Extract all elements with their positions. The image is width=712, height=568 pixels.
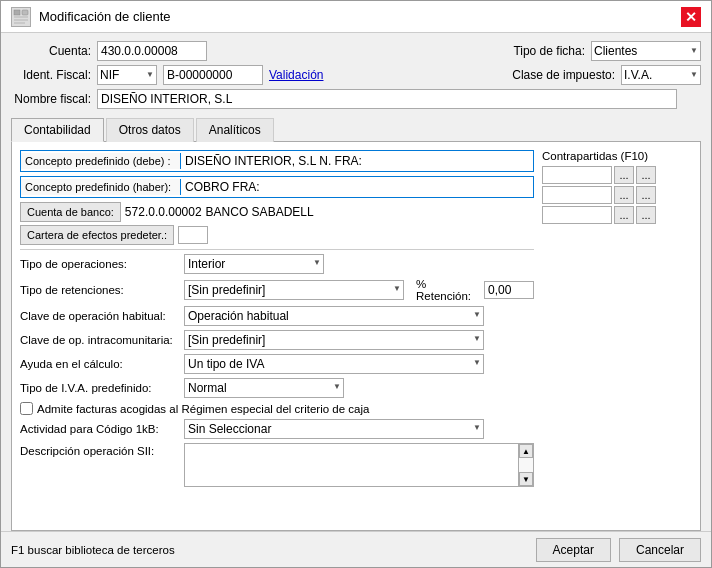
- cuenta-banco-button[interactable]: Cuenta de banco:: [20, 202, 121, 222]
- title-bar-left: Modificación de cliente: [11, 7, 171, 27]
- right-panel: Contrapartidas (F10) ... ... ... ... ...…: [542, 150, 692, 491]
- textarea-scrollbar: ▲ ▼: [519, 443, 534, 487]
- contrap-input-2[interactable]: [542, 186, 612, 204]
- tabs: Contabilidad Otros datos Analíticos: [1, 117, 711, 141]
- desc-sii-label: Descripción operación SII:: [20, 443, 180, 457]
- clave-intra-select[interactable]: [Sin predefinir]: [184, 330, 484, 350]
- tipo-ret-wrapper: [Sin predefinir]: [184, 280, 404, 300]
- clase-imp-select[interactable]: I.V.A.: [621, 65, 701, 85]
- nombre-fiscal-input[interactable]: [97, 89, 677, 109]
- tipo-op-label: Tipo de operaciones:: [20, 258, 180, 270]
- content-row: Concepto predefinido (debe) : Concepto p…: [20, 150, 692, 491]
- desc-sii-area: ▲ ▼: [184, 443, 534, 487]
- tab-otros-datos[interactable]: Otros datos: [106, 118, 194, 142]
- tipo-iva-wrapper: Normal: [184, 378, 344, 398]
- tipo-ret-select[interactable]: [Sin predefinir]: [184, 280, 404, 300]
- cartera-row: Cartera de efectos predeter.:: [20, 225, 534, 245]
- tipo-iva-label: Tipo de I.V.A. predefinido:: [20, 382, 180, 394]
- desc-sii-row: Descripción operación SII: ▲ ▼: [20, 443, 534, 487]
- svg-rect-0: [14, 10, 20, 15]
- actividad-row: Actividad para Código 1kB: Sin Seleccion…: [20, 419, 534, 439]
- nombre-fiscal-row: Nombre fiscal:: [11, 89, 701, 109]
- ident-value-input[interactable]: [163, 65, 263, 85]
- tipo-ficha-select[interactable]: Clientes: [591, 41, 701, 61]
- clave-intra-row: Clave de op. intracomunitaria: [Sin pred…: [20, 330, 534, 350]
- desc-sii-textarea[interactable]: [184, 443, 519, 487]
- actividad-label: Actividad para Código 1kB:: [20, 423, 180, 435]
- cuenta-input[interactable]: [97, 41, 207, 61]
- clase-impuesto-label: Clase de impuesto:: [512, 68, 615, 82]
- contrap-dots-2b[interactable]: ...: [636, 186, 656, 204]
- ayuda-label: Ayuda en el cálculo:: [20, 358, 180, 370]
- nombre-fiscal-label: Nombre fiscal:: [11, 92, 91, 106]
- aceptar-button[interactable]: Aceptar: [536, 538, 611, 562]
- ident-type-select[interactable]: NIF: [97, 65, 157, 85]
- retencion-label: % Retención:: [416, 278, 480, 302]
- cuenta-label: Cuenta:: [11, 44, 91, 58]
- concepto-debe-input[interactable]: [181, 151, 533, 171]
- concepto-debe-label: Concepto predefinido (debe) :: [21, 153, 181, 169]
- cuenta-banco-row: Cuenta de banco: 572.0.0.00002 BANCO SAB…: [20, 202, 534, 222]
- tipo-ficha-select-wrapper: Clientes: [591, 41, 701, 61]
- validacion-link[interactable]: Validación: [269, 68, 323, 82]
- scroll-up-button[interactable]: ▲: [519, 444, 533, 458]
- contrap-row-2: ... ...: [542, 186, 692, 204]
- cancelar-button[interactable]: Cancelar: [619, 538, 701, 562]
- scroll-down-button[interactable]: ▼: [519, 472, 533, 486]
- actividad-select[interactable]: Sin Seleccionar: [184, 419, 484, 439]
- tipo-op-wrapper: Interior: [184, 254, 324, 274]
- close-button[interactable]: ✕: [681, 7, 701, 27]
- contrap-dots-1b[interactable]: ...: [636, 166, 656, 184]
- left-panel: Concepto predefinido (debe) : Concepto p…: [20, 150, 534, 491]
- tipo-iva-select[interactable]: Normal: [184, 378, 344, 398]
- header-form: Cuenta: Tipo de ficha: Clientes Ident. F…: [1, 33, 711, 117]
- contrap-dots-2[interactable]: ...: [614, 186, 634, 204]
- clave-op-select[interactable]: Operación habitual: [184, 306, 484, 326]
- banco-name: BANCO SABADELL: [206, 205, 314, 219]
- concepto-haber-input[interactable]: [181, 177, 533, 197]
- footer-hint: F1 buscar biblioteca de terceros: [11, 544, 175, 556]
- svg-rect-1: [22, 10, 28, 15]
- cartera-button[interactable]: Cartera de efectos predeter.:: [20, 225, 174, 245]
- dialog-title: Modificación de cliente: [39, 9, 171, 24]
- banco-num: 572.0.0.00002: [125, 205, 202, 219]
- ayuda-row: Ayuda en el cálculo: Un tipo de IVA: [20, 354, 534, 374]
- contrap-dots-3b[interactable]: ...: [636, 206, 656, 224]
- contrap-input-1[interactable]: [542, 166, 612, 184]
- clave-op-label: Clave de operación habitual:: [20, 310, 180, 322]
- tipo-op-row: Tipo de operaciones: Interior: [20, 254, 534, 274]
- cuenta-row: Cuenta: Tipo de ficha: Clientes: [11, 41, 701, 61]
- checkbox-label: Admite facturas acogidas al Régimen espe…: [37, 403, 369, 415]
- cartera-input[interactable]: [178, 226, 208, 244]
- contrap-row-1: ... ...: [542, 166, 692, 184]
- contrap-dots-3[interactable]: ...: [614, 206, 634, 224]
- tab-analiticos[interactable]: Analíticos: [196, 118, 274, 142]
- ident-fiscal-row: Ident. Fiscal: NIF Validación Clase de i…: [11, 65, 701, 85]
- clase-imp-wrapper: I.V.A.: [621, 65, 701, 85]
- clave-intra-wrapper: [Sin predefinir]: [184, 330, 484, 350]
- tipo-ficha-label: Tipo de ficha:: [513, 44, 585, 58]
- checkbox-row: Admite facturas acogidas al Régimen espe…: [20, 402, 534, 415]
- contrap-row-3: ... ...: [542, 206, 692, 224]
- concepto-debe-row: Concepto predefinido (debe) :: [20, 150, 534, 172]
- ident-fiscal-label: Ident. Fiscal:: [11, 68, 91, 82]
- contrap-dots-1[interactable]: ...: [614, 166, 634, 184]
- contrapartidas-label: Contrapartidas (F10): [542, 150, 692, 162]
- title-bar: Modificación de cliente ✕: [1, 1, 711, 33]
- retencion-input[interactable]: [484, 281, 534, 299]
- tipo-op-select[interactable]: Interior: [184, 254, 324, 274]
- tipo-ret-row: Tipo de retenciones: [Sin predefinir] % …: [20, 278, 534, 302]
- contrap-input-3[interactable]: [542, 206, 612, 224]
- clave-intra-label: Clave de op. intracomunitaria:: [20, 334, 180, 346]
- footer: F1 buscar biblioteca de terceros Aceptar…: [1, 531, 711, 567]
- ayuda-wrapper: Un tipo de IVA: [184, 354, 484, 374]
- clave-op-row: Clave de operación habitual: Operación h…: [20, 306, 534, 326]
- ayuda-select[interactable]: Un tipo de IVA: [184, 354, 484, 374]
- content-area: Concepto predefinido (debe) : Concepto p…: [11, 141, 701, 531]
- tab-contabilidad[interactable]: Contabilidad: [11, 118, 104, 142]
- concepto-haber-row: Concepto predefinido (haber):: [20, 176, 534, 198]
- tipo-ret-label: Tipo de retenciones:: [20, 284, 180, 296]
- criterio-caja-checkbox[interactable]: [20, 402, 33, 415]
- separator: [20, 249, 534, 250]
- concepto-haber-label: Concepto predefinido (haber):: [21, 179, 181, 195]
